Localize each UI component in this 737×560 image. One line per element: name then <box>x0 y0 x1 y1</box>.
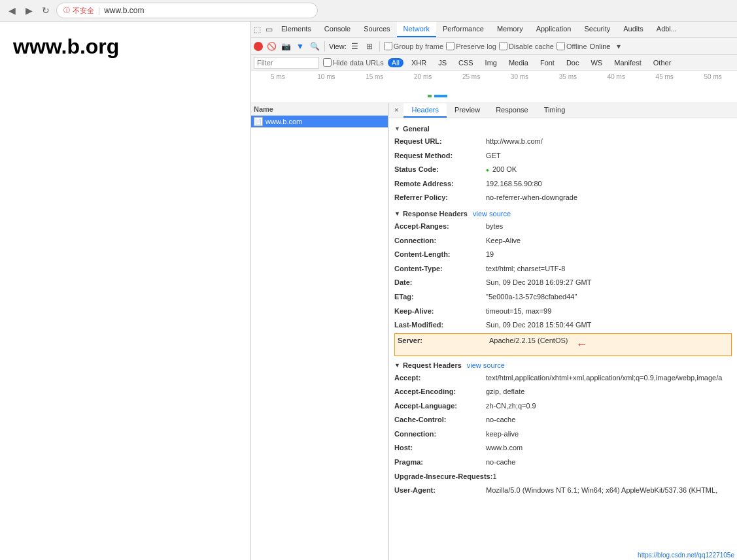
dropdown-icon[interactable]: ▾ <box>613 41 625 52</box>
close-detail-button[interactable]: × <box>389 103 403 118</box>
request-header-row: Upgrade-Insecure-Requests:1 <box>394 470 732 484</box>
camera-icon[interactable]: 📷 <box>280 41 292 52</box>
resp-header-val: Sun, 09 Dec 2018 16:09:27 GMT <box>486 277 591 289</box>
tab-performance[interactable]: Performance <box>436 22 490 37</box>
tick-5ms: 5 ms <box>254 73 302 80</box>
online-label: Online <box>590 42 611 50</box>
offline-label[interactable]: Offline <box>557 42 587 50</box>
filter-chip-all[interactable]: All <box>388 58 403 67</box>
preserve-log-checkbox[interactable] <box>446 42 454 50</box>
col-name-header: Name <box>254 105 273 113</box>
resp-header-key: Last-Modified: <box>394 320 486 331</box>
tab-security[interactable]: Security <box>577 22 617 37</box>
hide-data-urls-label[interactable]: Hide data URLs <box>323 58 384 67</box>
req-header-key: Upgrade-Insecure-Requests: <box>394 471 492 483</box>
resp-header-val: bytes <box>486 221 503 233</box>
filter-chip-doc[interactable]: Doc <box>562 58 583 67</box>
status-code-key: Status Code: <box>394 164 486 176</box>
disable-cache-checkbox[interactable] <box>499 42 507 50</box>
sep: | <box>98 6 100 15</box>
request-headers-title: Request Headers <box>403 361 462 369</box>
tab-elements[interactable]: Elements <box>275 22 318 37</box>
filter-icon[interactable]: ▼ <box>294 41 306 52</box>
req-header-key: User-Agent: <box>394 485 486 497</box>
filter-chip-manifest[interactable]: Manifest <box>610 58 645 67</box>
request-header-row: Accept-Encoding:gzip, deflate <box>394 386 732 399</box>
resp-header-val: Apache/2.2.15 (CentOS) <box>489 335 568 354</box>
tab-sources[interactable]: Sources <box>357 22 396 37</box>
tab-application[interactable]: Application <box>530 22 578 37</box>
response-headers-rows: Accept-Ranges:bytesConnection:Keep-Alive… <box>394 220 732 356</box>
forward-button[interactable]: ▶ <box>22 4 35 17</box>
detail-content: General Request URL: http://www.b.com/ R… <box>389 118 737 560</box>
filter-input[interactable] <box>254 57 319 69</box>
network-entry-label: www.b.com <box>266 118 302 125</box>
tick-40ms: 40 ms <box>592 73 640 80</box>
site-title: www.b.org <box>13 35 237 59</box>
search-icon[interactable]: 🔍 <box>309 41 320 52</box>
req-header-key: Cache-Control: <box>394 414 486 426</box>
filter-bar: Hide data URLs All XHR JS CSS Img Media … <box>251 55 737 71</box>
devtools-cursor-icon[interactable]: ⬚ <box>251 24 263 35</box>
status-code-row: Status Code: ● 200 OK <box>394 163 732 176</box>
offline-checkbox[interactable] <box>557 42 565 50</box>
filter-chip-xhr[interactable]: XHR <box>407 58 430 67</box>
tick-35ms: 35 ms <box>543 73 592 80</box>
hide-data-urls-checkbox[interactable] <box>323 58 332 67</box>
request-headers-section-header: ▼ Request Headers view source <box>394 361 732 369</box>
filter-chip-css[interactable]: CSS <box>454 58 477 67</box>
network-list: Name 📄 www.b.com <box>251 103 388 560</box>
referrer-policy-row: Referrer Policy: no-referrer-when-downgr… <box>394 191 732 205</box>
devtools-tab-bar: ⬚ ▭ Elements Console Sources Network Per… <box>251 22 737 38</box>
browser-nav: ◀ ▶ ↻ ⓘ 不安全 | www.b.com <box>0 0 737 21</box>
filter-chip-js[interactable]: JS <box>434 58 451 67</box>
tab-timing[interactable]: Timing <box>536 103 574 118</box>
clear-icon[interactable]: 🚫 <box>266 41 277 52</box>
grid-view-icon[interactable]: ⊞ <box>364 41 375 52</box>
req-header-key: Accept-Language: <box>394 401 486 412</box>
tab-headers[interactable]: Headers <box>403 103 447 118</box>
list-view-icon[interactable]: ☰ <box>349 41 361 52</box>
filter-chip-media[interactable]: Media <box>505 58 532 67</box>
tab-preview[interactable]: Preview <box>447 103 488 118</box>
network-row[interactable]: 📄 www.b.com <box>251 116 388 127</box>
disable-cache-label[interactable]: Disable cache <box>499 42 554 50</box>
response-headers-view-source[interactable]: view source <box>473 210 511 218</box>
tab-network[interactable]: Network <box>397 22 436 37</box>
response-header-row: Accept-Ranges:bytes <box>394 220 732 233</box>
resp-header-val: Sun, 09 Dec 2018 15:50:44 GMT <box>486 320 591 331</box>
req-header-val: www.b.com <box>486 442 523 454</box>
req-header-val: Mozilla/5.0 (Windows NT 6.1; Win64; x64)… <box>486 485 717 497</box>
network-entry-name: 📄 www.b.com <box>254 117 382 126</box>
browser-chrome: ◀ ▶ ↻ ⓘ 不安全 | www.b.com <box>0 0 737 22</box>
response-header-row: Date:Sun, 09 Dec 2018 16:09:27 GMT <box>394 276 732 289</box>
devtools-box-icon[interactable]: ▭ <box>263 24 275 35</box>
filter-chip-img[interactable]: Img <box>481 58 501 67</box>
tab-adblock[interactable]: Adbl... <box>650 22 683 37</box>
filter-chip-font[interactable]: Font <box>536 58 558 67</box>
address-bar[interactable]: ⓘ 不安全 | www.b.com <box>56 3 318 18</box>
reload-button[interactable]: ↻ <box>39 4 52 17</box>
filter-chip-ws[interactable]: WS <box>587 58 606 67</box>
req-header-val: text/html,application/xhtml+xml,applicat… <box>486 372 722 384</box>
annotation-arrow: ← <box>575 335 587 354</box>
req-header-val: zh-CN,zh;q=0.9 <box>486 401 536 412</box>
group-frame-checkbox[interactable] <box>384 42 392 50</box>
status-code-val: ● 200 OK <box>486 164 517 176</box>
file-icon: 📄 <box>254 117 263 126</box>
address-text: www.b.com <box>104 6 144 15</box>
preserve-log-label[interactable]: Preserve log <box>446 42 496 50</box>
group-frame-label[interactable]: Group by frame <box>384 42 443 50</box>
tab-response[interactable]: Response <box>488 103 536 118</box>
filter-chip-other[interactable]: Other <box>649 58 676 67</box>
record-button[interactable] <box>254 42 263 51</box>
tab-audits[interactable]: Audits <box>617 22 650 37</box>
request-url-val: http://www.b.com/ <box>486 136 543 148</box>
back-button[interactable]: ◀ <box>5 4 18 17</box>
tab-console[interactable]: Console <box>318 22 357 37</box>
req-header-key: Accept-Encoding: <box>394 386 486 398</box>
request-headers-view-source[interactable]: view source <box>467 361 505 369</box>
resp-header-key: Content-Type: <box>394 263 486 275</box>
tab-memory[interactable]: Memory <box>490 22 530 37</box>
general-section-header: General <box>394 125 732 133</box>
